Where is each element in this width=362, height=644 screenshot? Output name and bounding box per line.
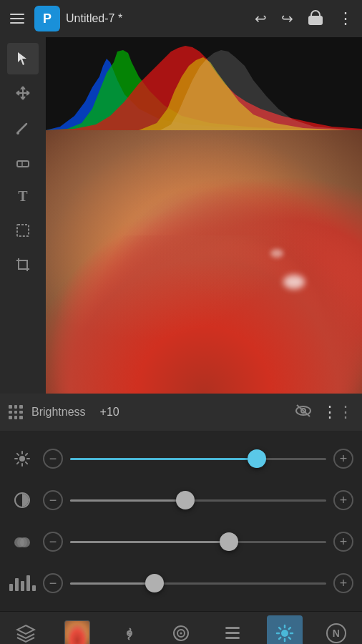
- histogram: [46, 37, 362, 130]
- brightness-plus[interactable]: +: [333, 449, 353, 469]
- photo-canvas[interactable]: [46, 130, 362, 394]
- menu-line-2: [10, 18, 24, 19]
- svg-point-27: [281, 630, 288, 637]
- nav-letter-n[interactable]: N: [318, 615, 354, 645]
- nav-lines[interactable]: [215, 615, 250, 645]
- svg-line-17: [17, 462, 19, 464]
- hue-icon-visual: [14, 534, 30, 550]
- levels-minus[interactable]: −: [43, 573, 63, 593]
- nav-warp[interactable]: [112, 615, 147, 645]
- hue-thumb[interactable]: [220, 532, 238, 551]
- tool-eraser[interactable]: [7, 146, 39, 177]
- svg-line-35: [279, 637, 280, 638]
- levels-icon: [9, 570, 36, 597]
- tool-move[interactable]: [7, 77, 39, 109]
- svg-rect-25: [225, 632, 240, 634]
- tool-text[interactable]: T: [7, 180, 39, 212]
- brightness-adj-icon: [275, 624, 294, 643]
- hue-fill: [70, 541, 229, 543]
- brightness-slider-row: − +: [0, 438, 362, 479]
- tool-brush[interactable]: [7, 112, 39, 143]
- svg-rect-5: [17, 225, 29, 236]
- select-tool-icon: [15, 51, 31, 67]
- contrast-slider-row: − +: [0, 479, 362, 521]
- svg-line-1: [18, 124, 26, 132]
- hue-slider[interactable]: [70, 532, 326, 552]
- brightness-thumb[interactable]: [248, 449, 266, 468]
- svg-point-23: [180, 632, 182, 634]
- top-bar: P Untitled-7 *: [0, 0, 362, 37]
- svg-line-34: [288, 628, 290, 629]
- redo-button[interactable]: [278, 7, 296, 30]
- svg-line-16: [26, 454, 27, 455]
- contrast-plus[interactable]: +: [333, 490, 353, 510]
- grid-icon[interactable]: [9, 405, 23, 419]
- contrast-minus[interactable]: −: [43, 490, 63, 510]
- adjustment-value: +10: [100, 406, 119, 419]
- hue-plus[interactable]: +: [333, 532, 353, 552]
- sun-icon: [14, 450, 31, 467]
- app-logo: P: [34, 6, 60, 31]
- svg-line-33: [288, 637, 290, 638]
- contrast-slider[interactable]: [70, 490, 326, 510]
- svg-marker-18: [17, 625, 34, 634]
- n-circle: N: [326, 623, 346, 643]
- levels-slider[interactable]: [70, 573, 326, 593]
- top-bar-actions: [252, 6, 356, 31]
- warp-icon: [120, 624, 139, 643]
- svg-line-15: [26, 462, 27, 464]
- tool-select-rect[interactable]: [7, 215, 39, 246]
- move-tool-icon: [15, 85, 31, 101]
- undo-button[interactable]: [252, 7, 270, 30]
- brightness-fill: [70, 458, 257, 460]
- brightness-slider[interactable]: [70, 449, 326, 469]
- adjustment-label: Brightness: [31, 406, 86, 419]
- levels-plus[interactable]: +: [333, 573, 353, 593]
- rect-select-icon: [15, 223, 31, 238]
- nav-brightness[interactable]: [267, 615, 303, 645]
- bottom-nav: N: [0, 611, 362, 644]
- levels-icon-visual: [9, 575, 36, 591]
- brightness-track: [70, 458, 326, 460]
- hue-minus[interactable]: −: [43, 532, 63, 552]
- contrast-thumb[interactable]: [176, 491, 195, 509]
- undo-icon: [255, 10, 267, 27]
- levels-thumb[interactable]: [145, 574, 164, 592]
- tool-select[interactable]: [7, 43, 39, 74]
- contrast-fill: [70, 499, 185, 502]
- adj-more-button[interactable]: ⋮: [322, 403, 353, 421]
- svg-line-14: [17, 454, 19, 455]
- lock-button[interactable]: [305, 7, 326, 30]
- levels-slider-row: − +: [0, 562, 362, 604]
- menu-line-3: [10, 22, 24, 24]
- nav-thumbnail[interactable]: [59, 615, 95, 645]
- contrast-icon: [9, 487, 36, 514]
- brush-tool-icon: [15, 119, 31, 135]
- canvas-area: T: [0, 37, 362, 394]
- more-button[interactable]: [335, 6, 356, 31]
- tool-crop[interactable]: [7, 249, 39, 280]
- svg-rect-3: [17, 161, 29, 167]
- photo-image: [46, 130, 362, 394]
- lines-icon: [223, 624, 242, 643]
- nav-layers[interactable]: [8, 615, 44, 645]
- n-label: N: [333, 628, 340, 639]
- eraser-tool-icon: [15, 154, 31, 170]
- visibility-toggle[interactable]: [295, 404, 312, 420]
- crop-tool-icon: [15, 257, 31, 273]
- layers-icon: [16, 623, 36, 643]
- brightness-minus[interactable]: −: [43, 449, 63, 469]
- right-panel: [46, 37, 362, 394]
- svg-marker-0: [18, 52, 26, 65]
- nav-target[interactable]: [163, 615, 199, 645]
- svg-point-9: [19, 456, 25, 462]
- text-tool-icon: T: [18, 188, 27, 205]
- thumbnail-image: [64, 620, 90, 645]
- lock-icon: [308, 10, 323, 27]
- adj-bar-right: ⋮: [295, 403, 353, 421]
- target-icon: [172, 624, 190, 643]
- adjustments-bar: Brightness +10 ⋮: [0, 394, 362, 431]
- menu-button[interactable]: [6, 7, 29, 30]
- levels-track: [70, 582, 326, 585]
- menu-line-1: [10, 14, 24, 15]
